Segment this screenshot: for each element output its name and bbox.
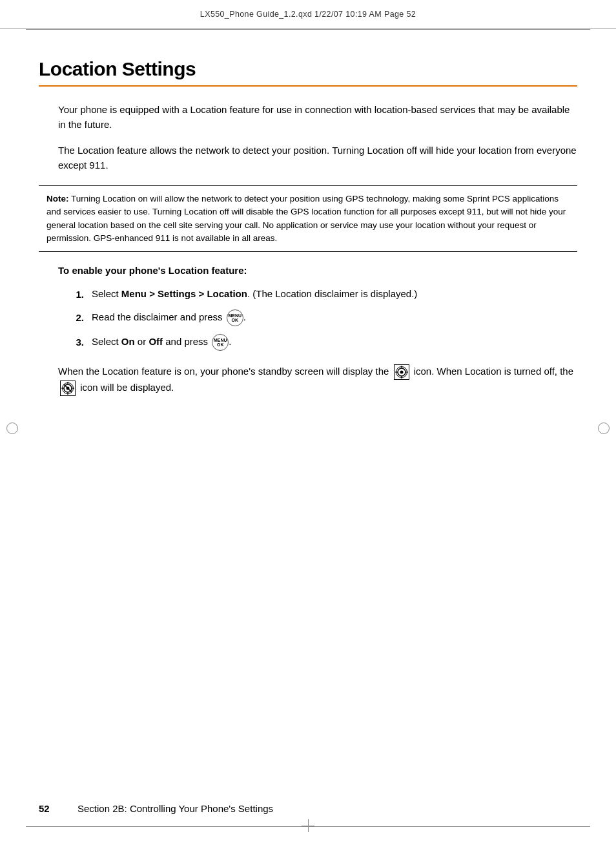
- svg-point-5: [400, 371, 403, 374]
- footer: 52 Section 2B: Controlling Your Phone's …: [39, 803, 577, 814]
- step-3: 3. Select On or Off and press MENU OK .: [71, 334, 577, 351]
- footer-page-number: 52: [39, 803, 58, 814]
- btn-ok-label: OK: [232, 318, 239, 323]
- bottom-crosshair: [302, 819, 314, 832]
- btn-menu-label: MENU: [228, 313, 241, 318]
- menu-ok-button-icon-step3: MENU OK: [212, 334, 229, 351]
- footer-section-label: Section 2B: Controlling Your Phone's Set…: [77, 803, 273, 814]
- step-1-content: Select Menu > Settings > Location. (The …: [92, 286, 577, 301]
- step-3-content: Select On or Off and press MENU OK .: [92, 334, 577, 351]
- location-off-icon: [60, 381, 76, 396]
- right-registration-mark: [598, 423, 610, 434]
- steps-list: 1. Select Menu > Settings > Location. (T…: [58, 286, 577, 351]
- svg-line-12: [64, 384, 72, 392]
- btn-ok-label-2: OK: [217, 342, 224, 348]
- step-1-bold: Menu > Settings > Location: [121, 288, 247, 299]
- steps-section: To enable your phone's Location feature:…: [39, 265, 577, 396]
- page-header: LX550_Phone Guide_1.2.qxd 1/22/07 10:19 …: [0, 0, 616, 29]
- step-2-num: 2.: [71, 310, 84, 325]
- step-1: 1. Select Menu > Settings > Location. (T…: [71, 286, 577, 302]
- note-text: Turning Location on will allow the netwo…: [46, 194, 566, 243]
- step-3-num: 3.: [71, 335, 84, 350]
- left-registration-mark: [6, 423, 18, 434]
- gps-on-svg: [395, 366, 408, 379]
- header-file-info: LX550_Phone Guide_1.2.qxd 1/22/07 10:19 …: [200, 10, 416, 19]
- svg-point-11: [67, 387, 70, 390]
- step-2: 2. Read the disclaimer and press MENU OK…: [71, 309, 577, 326]
- page-title: Location Settings: [39, 58, 577, 80]
- steps-heading: To enable your phone's Location feature:: [58, 265, 577, 276]
- location-on-icon: [394, 364, 409, 380]
- main-content: Location Settings Your phone is equipped…: [39, 39, 577, 817]
- page-container: LX550_Phone Guide_1.2.qxd 1/22/07 10:19 …: [0, 0, 616, 856]
- intro-para-2: The Location feature allows the network …: [58, 143, 577, 173]
- intro-para-1: Your phone is equipped with a Location f…: [58, 102, 577, 132]
- gps-off-svg: [61, 382, 74, 395]
- svg-point-0: [398, 368, 406, 376]
- btn-menu-label-2: MENU: [214, 338, 227, 343]
- note-box: Note: Turning Location on will allow the…: [39, 185, 577, 252]
- step-2-content: Read the disclaimer and press MENU OK .: [92, 309, 577, 326]
- standby-para: When the Location feature is on, your ph…: [58, 364, 577, 396]
- note-label: Note:: [46, 194, 69, 204]
- svg-point-6: [64, 384, 72, 392]
- step-1-num: 1.: [71, 287, 84, 302]
- menu-ok-button-icon-step2: MENU OK: [227, 309, 243, 326]
- title-underline: [39, 85, 577, 87]
- step-3-on: On: [121, 336, 135, 347]
- intro-section: Your phone is equipped with a Location f…: [39, 102, 577, 172]
- bottom-rule: [26, 826, 590, 827]
- step-3-off: Off: [149, 336, 163, 347]
- top-rule: [26, 29, 590, 30]
